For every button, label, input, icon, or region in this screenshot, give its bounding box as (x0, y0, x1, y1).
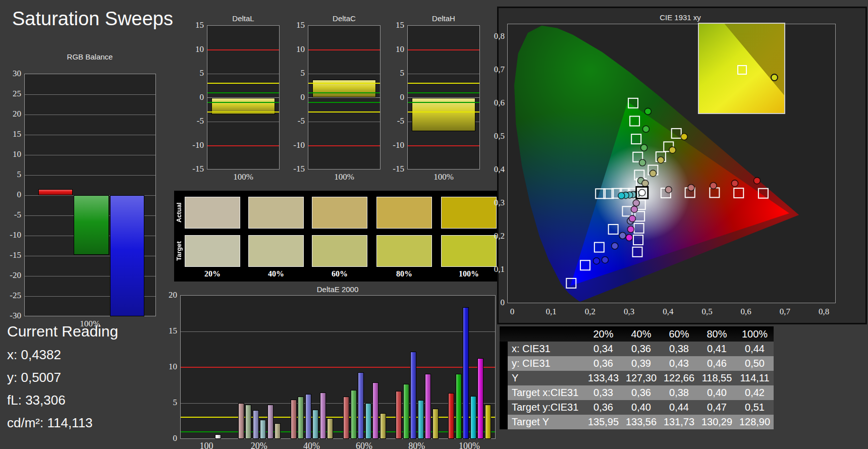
table-cell: 0,38 (660, 385, 698, 400)
deltae-bar (291, 400, 297, 439)
table-header-cell: 60% (660, 326, 698, 342)
table-cell: 0,33 (584, 385, 622, 400)
deltae-bar (275, 423, 281, 439)
deltae-bar (418, 400, 424, 439)
rgb-balance-title: RGB Balance (67, 52, 113, 61)
table-cell: 128,90 (736, 415, 774, 429)
limit-line (207, 92, 279, 93)
table-row: Y133,43127,30122,66118,55114,11 (500, 371, 774, 385)
deltaL-tick: 10 (186, 44, 204, 54)
swatch-col-label: 60% (332, 269, 348, 278)
deltae-group-label: 80% (408, 441, 425, 449)
limit-line (207, 145, 279, 146)
deltae-bar (485, 405, 491, 439)
limit-line (25, 155, 155, 155)
rgb-x-label: 100% (80, 319, 100, 329)
table-cell: 122,66 (660, 371, 698, 385)
limit-line (207, 122, 279, 122)
deltaC-tick: 15 (287, 20, 305, 30)
rgb-axis-tick: -15 (4, 250, 21, 260)
cie-y-tick: 0,1 (483, 264, 505, 274)
rgb-axis-tick: 15 (4, 129, 21, 139)
table-cell: 0,38 (660, 342, 698, 356)
reading-value: fL: 33,306 (7, 392, 66, 408)
cie-y-tick: 0,2 (483, 231, 505, 241)
limit-line (408, 74, 479, 74)
table-cell: 131,73 (660, 415, 698, 429)
deltae-bar (358, 372, 364, 439)
deltaH-tick: 5 (386, 68, 404, 78)
table-cell: 0,41 (698, 342, 736, 356)
limit-line (308, 49, 380, 50)
table-header-cell: 100% (736, 326, 774, 342)
current-reading-heading: Current Reading (7, 323, 118, 340)
deltaC-title: DeltaC (333, 14, 356, 23)
limit-line (408, 145, 479, 146)
deltaL-x-label: 100% (233, 172, 253, 182)
deltae-bar (477, 358, 483, 439)
deltae-bar (410, 352, 416, 439)
limit-line (25, 135, 155, 135)
deltaH-tick: 15 (386, 20, 404, 30)
cie-y-tick: 0,7 (483, 65, 505, 75)
swatch-target (248, 235, 304, 267)
cie-y-tick: 0,4 (483, 164, 505, 175)
deltaH-tick: -5 (386, 116, 404, 126)
cie-y-tick: 0 (483, 298, 505, 308)
cie-measured-marker (612, 243, 618, 249)
deltae-bar (463, 307, 469, 439)
table-cell: 0,40 (622, 400, 660, 415)
cie-measured-marker (641, 144, 647, 151)
deltaH-x-label: 100% (433, 172, 454, 182)
deltaL-tick: 0 (186, 92, 204, 102)
limit-line (408, 92, 479, 93)
cie-measured-marker (642, 180, 648, 187)
limit-line (25, 94, 155, 95)
deltae-tick: 15 (160, 326, 177, 336)
deltae-bar (320, 392, 326, 439)
limit-line (308, 74, 380, 74)
limit-line (308, 92, 380, 93)
deltae-plot (180, 295, 496, 439)
cie-measured-marker (681, 134, 687, 140)
table-row: x: CIE310,340,360,380,410,44 (500, 342, 774, 356)
rgb-axis-tick: -30 (4, 311, 21, 321)
deltae-bar (425, 374, 431, 439)
rgb-axis-tick: -25 (4, 291, 21, 301)
inset-target-marker (737, 65, 747, 75)
reading-value: cd/m²: 114,113 (7, 415, 93, 431)
table-cell: 0,51 (736, 400, 774, 415)
table-cell: 127,30 (622, 371, 660, 385)
limit-line (408, 111, 479, 113)
inset-measured-marker (771, 74, 778, 81)
deltae-bar (470, 396, 476, 439)
limit-line (408, 83, 479, 84)
table-cell: 0,44 (736, 342, 774, 356)
limit-line (308, 145, 380, 146)
table-header-cell (500, 326, 584, 342)
table-cell: 0,42 (736, 385, 774, 400)
deltae-bar (365, 403, 371, 439)
swatch-col-label: 100% (459, 269, 479, 278)
rgb-bar-red (38, 189, 73, 195)
deltae-bar (343, 397, 349, 439)
cie-zoom-inset (698, 23, 785, 114)
cie-x-tick: 0,1 (546, 307, 557, 317)
deltaL-tick: 5 (186, 68, 204, 78)
deltae-bar (253, 410, 259, 439)
limit-line (207, 102, 279, 103)
cie-title: CIE 1931 xy (660, 13, 701, 22)
limit-line (207, 83, 279, 84)
deltae-bar (351, 390, 357, 439)
limit-line (207, 49, 279, 50)
table-cell: 0,36 (622, 385, 660, 400)
deltae-bar (267, 405, 274, 439)
swatch-row-label: Actual (175, 197, 183, 229)
cie-measured-marker (602, 257, 608, 263)
deltaL-tick: -5 (186, 116, 204, 126)
cie-measured-marker (649, 170, 656, 177)
deltaC-tick: -5 (287, 116, 305, 126)
deltae-title: DeltaE 2000 (317, 285, 359, 294)
table-cell: 0,36 (584, 356, 622, 371)
deltaH-title: DeltaH (432, 14, 455, 23)
